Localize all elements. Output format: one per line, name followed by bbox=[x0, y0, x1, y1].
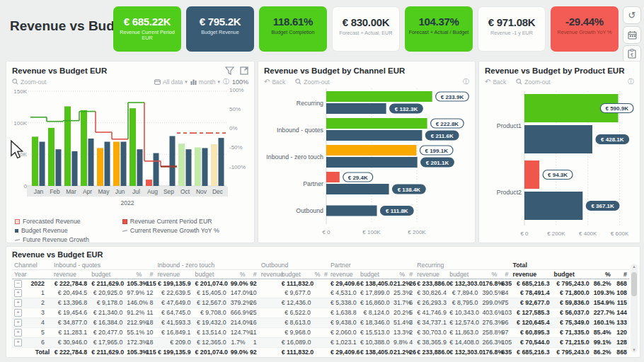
cell: € 29,409.6 bbox=[328, 348, 358, 358]
row-label: 3 bbox=[25, 308, 45, 317]
budget-bar-Aug bbox=[154, 153, 159, 186]
legend-label: Forecasted Revenue bbox=[23, 218, 81, 225]
row-label: 4 bbox=[25, 318, 45, 327]
table-row-6[interactable]: +6€ 30,946.0€ 17,965.0172.3%18€ 209.0€ 1… bbox=[12, 338, 629, 348]
svg-text:€ 132.3K: € 132.3K bbox=[395, 106, 418, 112]
cell: € 20,925.0 bbox=[89, 288, 125, 298]
cell bbox=[322, 318, 328, 328]
column-header: revenue bbox=[415, 270, 447, 279]
revenue-bar-Aug bbox=[146, 180, 152, 186]
cell: € 233,886.0 bbox=[415, 279, 447, 289]
cell: € 38,365.9 bbox=[415, 338, 447, 348]
table-row-2[interactable]: +2€ 13,396.8€ 9,178.0146.0%8€ 47,649.0€ … bbox=[12, 298, 629, 308]
channel-bar-chart[interactable]: € 0€ 100K€ 200KRecurring€ 233.9K€ 132.3K… bbox=[264, 87, 471, 240]
legend-item-future-growth[interactable]: Future Revenue Growth bbox=[15, 236, 122, 243]
combo-chart[interactable]: 150K100K50K0100%50%0%-50%-100%JanFebMarA… bbox=[12, 87, 250, 213]
cell: 13.3% bbox=[391, 328, 407, 338]
svg-text:100K: 100K bbox=[13, 120, 27, 127]
zoom-out-control[interactable]: Zoom-out bbox=[295, 78, 329, 86]
budget-bar-Oct bbox=[186, 149, 192, 186]
expand-icon[interactable]: + bbox=[14, 299, 22, 307]
cell: € 10,343.0 bbox=[447, 308, 480, 318]
svg-text:€ 0: € 0 bbox=[322, 229, 330, 235]
cell: 124.7% bbox=[229, 328, 248, 338]
budget-bar-Feb bbox=[56, 149, 62, 186]
back-control[interactable]: ↶Back bbox=[485, 78, 506, 86]
row-label: 6 bbox=[25, 338, 45, 347]
row-label: Total bbox=[30, 348, 50, 357]
granularity-dropdown[interactable]: month ▾ bbox=[190, 78, 220, 86]
cell: 115 bbox=[613, 298, 629, 308]
svg-text:May: May bbox=[98, 188, 110, 195]
kpi-value: 104.37% bbox=[405, 16, 473, 28]
table-title: Revenue vs Budget EUR bbox=[12, 250, 634, 259]
table-row-Total[interactable]: Total€ 222,784.8€ 211,629.0105.3%115€ 19… bbox=[12, 348, 629, 358]
cell: € 16,860.0 bbox=[358, 298, 391, 308]
filter-icon[interactable] bbox=[225, 66, 234, 75]
expand-icon[interactable]: + bbox=[14, 319, 22, 327]
cell: € 795,243.0 bbox=[552, 279, 592, 289]
table-scrollbar[interactable]: ▲ ▼ bbox=[631, 264, 638, 353]
svg-text:Outbound: Outbound bbox=[296, 207, 323, 214]
expand-icon[interactable]: + bbox=[14, 289, 22, 297]
cell: 99.0% bbox=[229, 348, 248, 358]
cell: 99.1% bbox=[592, 338, 613, 348]
cell: 16 bbox=[248, 318, 259, 328]
expand-icon[interactable] bbox=[240, 66, 248, 75]
scroll-down-icon[interactable]: ▼ bbox=[631, 348, 638, 352]
panel-title: Revenue vs Budget by Product EUR bbox=[485, 66, 624, 75]
svg-text:€ 200K: € 200K bbox=[547, 230, 565, 237]
legend-item-revenue-current[interactable]: Revenue Current Period EUR bbox=[122, 218, 248, 225]
budget-bar-Sep bbox=[170, 136, 176, 186]
cell: € 211,629.0 bbox=[89, 279, 125, 289]
revenue-bar-Jan bbox=[32, 136, 38, 186]
legend-item-budget-revenue[interactable]: Budget Revenue bbox=[15, 227, 122, 234]
cell: 212.9% bbox=[125, 318, 144, 328]
svg-text:Nov: Nov bbox=[196, 188, 207, 195]
kpi-card-forecast-actual: € 830.00K Forecast + Actual, EUR bbox=[332, 6, 400, 52]
date-range-dropdown[interactable]: All data ▾ bbox=[154, 78, 188, 86]
cell: € 211,629.0 bbox=[89, 348, 125, 358]
cell: € 12,365.0 bbox=[193, 338, 229, 348]
expand-icon[interactable]: + bbox=[14, 309, 22, 317]
cell: 868 bbox=[613, 348, 629, 358]
svg-text:Aug: Aug bbox=[147, 188, 158, 195]
cell: € 13,514.0 bbox=[193, 328, 229, 338]
table-row-1[interactable]: +1€ 20,494.5€ 20,925.097.9%12€ 22,639.5€… bbox=[12, 288, 629, 298]
revenue-bar-Mar bbox=[64, 106, 71, 186]
cell: € 71,800.0 bbox=[552, 288, 592, 298]
expand-icon[interactable]: + bbox=[14, 329, 22, 337]
collapse-icon[interactable]: − bbox=[14, 280, 22, 288]
cell: € 5,338.0 bbox=[328, 298, 358, 308]
legend-item-forecasted-revenue[interactable]: Forecasted Revenue bbox=[15, 218, 122, 225]
scroll-up-icon[interactable]: ▲ bbox=[631, 264, 638, 269]
legend-item-current-growth[interactable]: Current Revenue Growth YoY % bbox=[122, 227, 248, 234]
cell: 146.0% bbox=[125, 298, 144, 308]
zoom-out-label: Zoom-out bbox=[21, 78, 46, 86]
cell: € 20,494.5 bbox=[52, 288, 89, 298]
zoom-out-control[interactable]: Zoom-out bbox=[12, 78, 46, 86]
group-header: Total bbox=[510, 262, 629, 270]
kpi-card-forecast-budget: 104.37% Forecast + Actual / Budget bbox=[405, 6, 473, 52]
table-row-4[interactable]: +4€ 34,877.0€ 16,384.0212.9%18€ 41,593.3… bbox=[12, 318, 629, 328]
cell: € 70,544.0 bbox=[510, 338, 551, 348]
refresh-button[interactable]: ↺ bbox=[623, 6, 641, 24]
legend-swatch bbox=[15, 239, 20, 240]
back-control[interactable]: ↶Back bbox=[264, 78, 285, 86]
table-row-2022[interactable]: −2022€ 222,784.8€ 211,629.0105.3%115€ 19… bbox=[12, 279, 629, 289]
info-icon[interactable]: ⓘ bbox=[463, 77, 469, 86]
cell: 4 bbox=[407, 338, 415, 348]
column-header: # bbox=[248, 270, 259, 279]
scrollbar-thumb[interactable] bbox=[631, 272, 637, 296]
revenue-bar-Partner bbox=[326, 172, 340, 182]
table-row-5[interactable]: +5€ 11,283.1€ 20,477.055.1%10€ 16,849.1€… bbox=[12, 328, 629, 338]
calendar-button[interactable] bbox=[623, 26, 641, 44]
zoom-out-control[interactable]: Zoom-out bbox=[516, 78, 550, 86]
info-icon[interactable]: ⓘ bbox=[223, 77, 229, 86]
back-icon: ↶ bbox=[485, 78, 490, 86]
expand-icon[interactable]: + bbox=[14, 339, 22, 346]
product-bar-chart[interactable]: € 0€ 200K€ 400K€ 600KProduct1€ 590.9K€ 4… bbox=[485, 87, 634, 240]
table-row-3[interactable]: +3€ 19,454.6€ 21,340.091.2%11€ 64,745.0€… bbox=[12, 308, 629, 318]
cell bbox=[259, 308, 280, 318]
info-icon[interactable]: ⓘ bbox=[628, 77, 634, 86]
